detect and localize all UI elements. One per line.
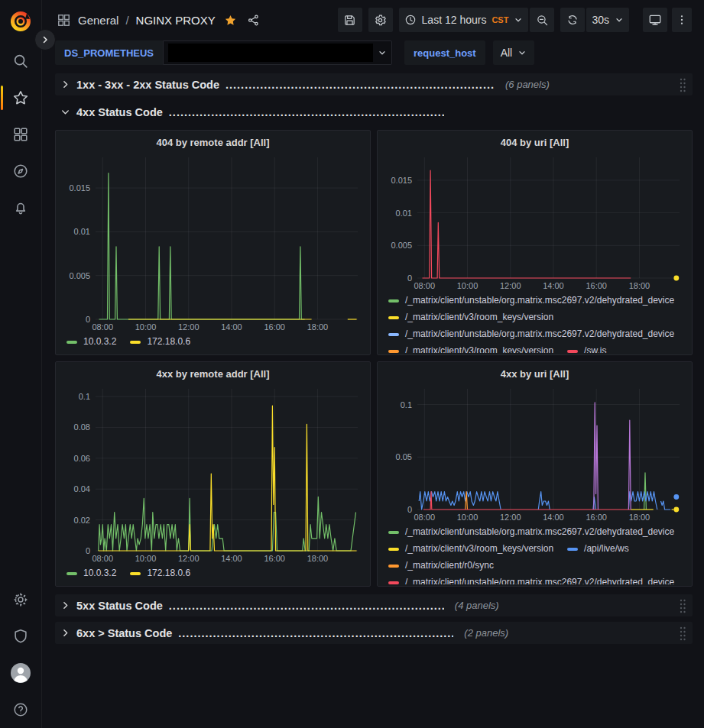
avatar — [10, 662, 31, 684]
gear-icon — [374, 14, 387, 27]
row-title-dots: ........................................… — [169, 600, 444, 612]
breadcrumb-section[interactable]: General — [78, 14, 118, 27]
variable-value-ds-prometheus[interactable] — [163, 40, 392, 65]
share-button[interactable] — [245, 12, 261, 28]
apps-icon — [57, 13, 71, 28]
legend-item[interactable]: 172.18.0.6 — [130, 567, 190, 580]
legend-label: /_matrix/client/unstable/org.matrix.msc2… — [405, 576, 674, 584]
refresh-interval-button[interactable]: 30s — [586, 8, 629, 32]
legend-swatch — [388, 333, 399, 336]
panel-title[interactable]: 404 by remote addr [All] — [62, 134, 364, 151]
row-header-5xx[interactable]: 5xx Status Code ........................… — [55, 594, 693, 616]
sidebar-expand-button[interactable] — [34, 29, 56, 50]
svg-text:0.1: 0.1 — [79, 392, 90, 401]
sidebar-item-alerting[interactable] — [0, 189, 41, 226]
svg-text:0.015: 0.015 — [69, 183, 90, 193]
sidebar-item-help[interactable] — [0, 691, 41, 728]
legend-item[interactable]: 10.0.3.2 — [67, 335, 116, 348]
sidebar-item-dashboards[interactable] — [0, 116, 41, 153]
legend-item[interactable]: 172.18.0.6 — [130, 335, 190, 348]
legend-item[interactable]: /_matrix/client/unstable/org.matrix.msc2… — [388, 576, 674, 584]
sidebar-item-server-admin[interactable] — [0, 618, 41, 655]
svg-text:0.05: 0.05 — [396, 452, 412, 461]
cycle-view-mode-button[interactable] — [643, 8, 667, 32]
svg-text:08:00: 08:00 — [92, 322, 114, 332]
panel-title[interactable]: 404 by uri [All] — [384, 134, 686, 151]
panel-grid: 404 by remote addr [All] 08:0010:0012:00… — [55, 130, 693, 587]
refresh-button[interactable] — [560, 8, 585, 32]
legend-item[interactable]: /_matrix/client/unstable/org.matrix.msc2… — [388, 328, 674, 341]
timeseries-chart[interactable]: 08:0010:0012:0014:0016:0018:0000.020.040… — [62, 383, 364, 565]
sidebar-item-configuration[interactable] — [0, 581, 41, 618]
more-options-button[interactable] — [672, 8, 692, 32]
svg-text:10:00: 10:00 — [457, 513, 479, 522]
legend-item[interactable]: /_matrix/client/v3/room_keys/version — [388, 345, 553, 353]
row-header-1xx-3xx-2xx[interactable]: 1xx - 3xx - 2xx Status Code ............… — [55, 73, 693, 95]
chevron-down-icon — [378, 48, 387, 57]
legend-label: 172.18.0.6 — [147, 335, 190, 348]
variable-value-request-host[interactable]: All — [493, 40, 535, 65]
row-title-dots: ........................................… — [225, 79, 495, 91]
variable-label-ds-prometheus[interactable]: DS_PROMETHEUS — [55, 40, 163, 65]
panel-title[interactable]: 4xx by remote addr [All] — [62, 366, 364, 383]
svg-text:0: 0 — [86, 315, 90, 324]
grafana-logo-icon — [9, 10, 32, 33]
dashboard-title: NGINX PROXY — [136, 14, 216, 27]
legend-item[interactable]: /_matrix/client/v3/room_keys/version — [388, 311, 553, 324]
kebab-menu-icon — [676, 14, 688, 26]
dashboard-settings-button[interactable] — [368, 8, 393, 32]
sidebar-item-starred[interactable] — [0, 79, 41, 116]
timeseries-chart[interactable]: 08:0010:0012:0014:0016:0018:0000.050.1 — [384, 383, 686, 523]
legend-item[interactable]: /_matrix/client/unstable/org.matrix.msc2… — [388, 526, 674, 539]
legend-label: /_matrix/client/unstable/org.matrix.msc2… — [405, 526, 674, 539]
legend-item[interactable]: /sw.js — [567, 345, 606, 353]
legend-label: /sw.js — [584, 345, 606, 353]
svg-text:0.08: 0.08 — [74, 422, 90, 432]
timeseries-chart[interactable]: 08:0010:0012:0014:0016:0018:0000.0050.01… — [62, 151, 364, 333]
variable-request-host: request_host All — [404, 40, 534, 65]
svg-text:10:00: 10:00 — [457, 281, 479, 290]
grafana-app: General / NGINX PROXY — [0, 0, 704, 728]
save-dashboard-button[interactable] — [338, 8, 362, 32]
legend-label: /_matrix/client/v3/room_keys/version — [405, 311, 553, 324]
sidebar-item-search[interactable] — [0, 43, 41, 79]
row-header-6xx[interactable]: 6xx > Status Code ......................… — [55, 622, 693, 644]
sidebar-item-profile[interactable] — [0, 655, 41, 691]
row-drag-handle[interactable] — [678, 76, 687, 94]
time-picker-button[interactable]: Last 12 hours CST — [399, 8, 529, 32]
legend-item[interactable]: /_matrix/client/v3/room_keys/version — [388, 542, 553, 555]
row-drag-handle[interactable] — [678, 624, 687, 642]
chevron-right-icon — [60, 79, 70, 89]
legend-item[interactable]: /_matrix/client/r0/sync — [388, 559, 494, 572]
sidebar-spacer — [0, 226, 41, 581]
dashboard-toolbar: Last 12 hours CST — [338, 8, 692, 32]
legend-swatch — [388, 548, 399, 551]
svg-text:0: 0 — [86, 546, 90, 555]
share-icon — [247, 14, 260, 27]
legend-swatch — [130, 341, 141, 344]
legend-item[interactable]: 10.0.3.2 — [67, 567, 116, 580]
variable-label-request-host[interactable]: request_host — [404, 40, 485, 65]
legend-item[interactable]: /_matrix/client/unstable/org.matrix.msc2… — [388, 294, 674, 307]
svg-text:14:00: 14:00 — [221, 554, 242, 563]
legend-swatch — [388, 350, 399, 353]
refresh-icon — [566, 14, 579, 26]
row-drag-handle[interactable] — [678, 597, 687, 615]
panel-title[interactable]: 4xx by uri [All] — [384, 366, 686, 383]
timeseries-chart[interactable]: 08:0010:0012:0014:0016:0018:0000.0050.01… — [384, 151, 686, 292]
chevron-down-icon — [517, 48, 527, 57]
row-panel-count: (4 panels) — [455, 600, 499, 611]
legend-label: /_matrix/client/unstable/org.matrix.msc2… — [405, 328, 674, 341]
row-header-4xx[interactable]: 4xx Status Code ........................… — [55, 101, 693, 123]
legend-item[interactable]: /api/live/ws — [567, 542, 629, 555]
sidebar-item-explore[interactable] — [0, 153, 41, 189]
legend-swatch — [388, 316, 399, 319]
search-icon — [12, 53, 29, 70]
svg-text:0.015: 0.015 — [391, 176, 412, 185]
zoom-out-icon — [536, 14, 549, 27]
legend-label: 10.0.3.2 — [83, 335, 116, 348]
legend-swatch — [67, 572, 77, 575]
legend-swatch — [388, 565, 399, 568]
favorite-star-button[interactable] — [222, 12, 238, 28]
zoom-out-time-button[interactable] — [530, 8, 554, 32]
